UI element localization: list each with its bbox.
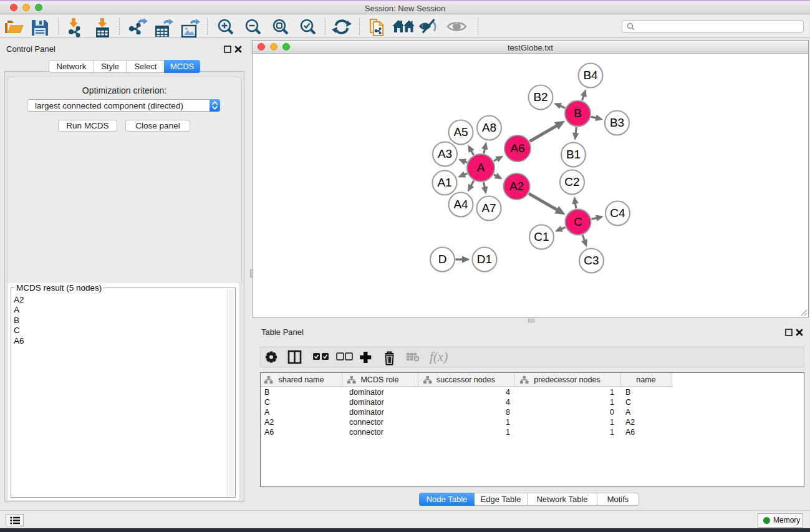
svg-text:C3: C3 bbox=[584, 254, 599, 267]
svg-text:A5: A5 bbox=[453, 125, 468, 138]
svg-text:A: A bbox=[477, 161, 485, 174]
svg-text:D1: D1 bbox=[477, 253, 492, 266]
svg-text:A7: A7 bbox=[481, 201, 496, 215]
svg-text:A4: A4 bbox=[453, 198, 468, 211]
svg-text:f(x): f(x) bbox=[430, 349, 448, 364]
svg-text:B3: B3 bbox=[610, 116, 624, 129]
svg-text:C2: C2 bbox=[564, 175, 579, 188]
svg-text:A6: A6 bbox=[510, 142, 524, 155]
svg-text:D: D bbox=[438, 253, 447, 266]
svg-text:C: C bbox=[574, 215, 582, 228]
svg-text:B4: B4 bbox=[583, 69, 598, 82]
svg-text:A8: A8 bbox=[482, 121, 496, 134]
svg-text:A3: A3 bbox=[438, 147, 452, 160]
svg-text:A2: A2 bbox=[509, 180, 524, 193]
svg-text:A1: A1 bbox=[437, 176, 451, 189]
svg-text:C4: C4 bbox=[610, 206, 625, 220]
svg-text:C1: C1 bbox=[534, 230, 549, 243]
svg-text:B: B bbox=[574, 107, 582, 120]
svg-text:B1: B1 bbox=[566, 148, 581, 161]
svg-text:B2: B2 bbox=[533, 90, 547, 104]
